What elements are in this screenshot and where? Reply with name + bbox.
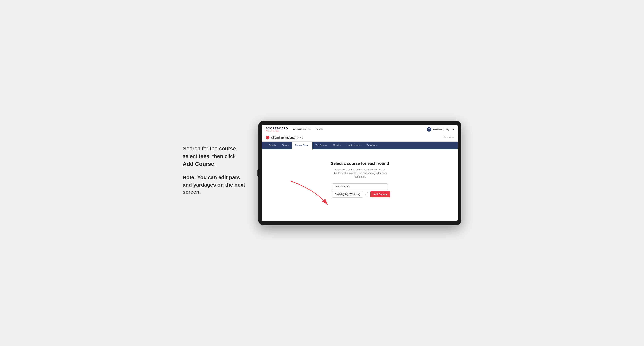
spinner-button[interactable]: ⌃⌄ <box>367 192 368 197</box>
tab-teams[interactable]: Teams <box>279 142 292 149</box>
tee-select[interactable]: Gold (M) (M) (7010 yds) <box>332 191 363 198</box>
section-title: Select a course for each round <box>331 161 389 166</box>
instruction-text: Search for the course, select tees, then… <box>182 145 246 168</box>
tab-printables[interactable]: Printables <box>364 142 380 149</box>
nav-teams[interactable]: TEAMS <box>316 128 324 131</box>
sign-out-link[interactable]: Sign out <box>446 128 454 131</box>
separator: | <box>444 128 444 131</box>
note-text: Note: You can edit pars and yardages on … <box>182 174 246 195</box>
tab-course-setup[interactable]: Course Setup <box>292 142 312 149</box>
tournament-logo: C <box>266 136 270 139</box>
course-search-input[interactable] <box>332 183 388 190</box>
tab-tee-groups[interactable]: Tee Groups <box>312 142 330 149</box>
header-right: T Test User | Sign out <box>427 127 454 132</box>
cancel-button[interactable]: Cancel ✕ <box>444 136 454 139</box>
tournament-header: C Clippd Invitational (Men) Cancel ✕ <box>262 134 458 142</box>
clear-tee-button[interactable]: × <box>364 193 366 196</box>
tab-details[interactable]: Details <box>266 142 279 149</box>
tablet-screen: SCOREBOARD Powered by clippd TOURNAMENTS… <box>262 125 458 221</box>
tournament-subtitle: (Men) <box>297 136 303 139</box>
tab-results[interactable]: Results <box>330 142 344 149</box>
app-logo: SCOREBOARD <box>266 127 288 130</box>
tablet-side-button <box>258 170 258 176</box>
user-avatar: T <box>427 127 431 132</box>
section-description: Search for a course and select a tee. Yo… <box>332 168 388 178</box>
user-name: Test User <box>433 128 442 131</box>
add-course-highlight: Add Course <box>182 161 214 167</box>
tab-leaderboards[interactable]: Leaderboards <box>344 142 364 149</box>
tee-controls: × ⌃⌄ <box>364 192 368 197</box>
main-content: Select a course for each round Search fo… <box>262 149 458 221</box>
app-header: SCOREBOARD Powered by clippd TOURNAMENTS… <box>262 125 458 134</box>
instruction-panel: Search for the course, select tees, then… <box>182 145 246 202</box>
header-left: SCOREBOARD Powered by clippd TOURNAMENTS… <box>266 127 324 132</box>
tablet-frame: SCOREBOARD Powered by clippd TOURNAMENTS… <box>258 121 462 225</box>
nav-tournaments[interactable]: TOURNAMENTS <box>293 128 311 131</box>
logo-area: SCOREBOARD Powered by clippd <box>266 127 288 132</box>
add-course-button[interactable]: Add Course <box>370 191 390 197</box>
tab-navigation: Details Teams Course Setup Tee Groups Re… <box>262 142 458 149</box>
logo-subtitle: Powered by clippd <box>266 130 288 132</box>
page-layout: Search for the course, select tees, then… <box>182 121 462 225</box>
tournament-name: Clippd Invitational <box>271 136 295 139</box>
course-form: Gold (M) (M) (7010 yds) × ⌃⌄ Add Course <box>332 183 388 198</box>
tournament-title: C Clippd Invitational (Men) <box>266 136 303 139</box>
tee-select-row: Gold (M) (M) (7010 yds) × ⌃⌄ Add Course <box>332 191 388 198</box>
nav-links: TOURNAMENTS TEAMS <box>293 128 324 131</box>
